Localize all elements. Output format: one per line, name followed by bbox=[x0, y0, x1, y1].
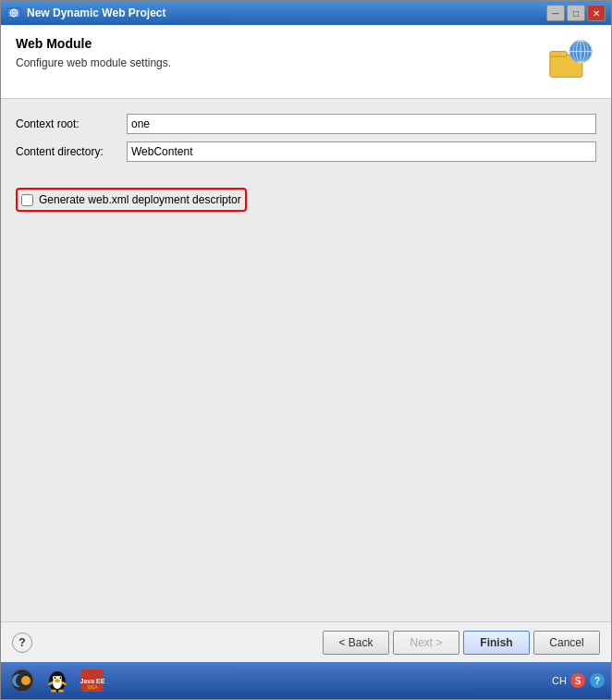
svg-rect-6 bbox=[550, 52, 567, 57]
svg-point-26 bbox=[51, 690, 56, 693]
ch-indicator: CH bbox=[552, 675, 567, 686]
system-tray: CH S ? bbox=[552, 672, 606, 689]
header-text: Web Module Configure web module settings… bbox=[16, 36, 539, 69]
svg-point-27 bbox=[58, 690, 64, 693]
close-button[interactable]: ✕ bbox=[587, 5, 606, 21]
context-root-input[interactable] bbox=[127, 114, 596, 134]
svg-point-16 bbox=[21, 676, 31, 685]
svg-point-23 bbox=[55, 679, 60, 682]
context-root-row: Context root: bbox=[16, 114, 596, 134]
taskbar-right: CH S ? bbox=[552, 672, 606, 689]
generate-descriptor-checkbox[interactable] bbox=[21, 194, 33, 206]
svg-point-21 bbox=[55, 677, 56, 679]
header-section: Web Module Configure web module settings… bbox=[1, 25, 611, 99]
title-bar: New Dynamic Web Project ─ □ ✕ bbox=[1, 1, 611, 25]
svg-point-22 bbox=[60, 677, 62, 679]
content-directory-row: Content directory: bbox=[16, 141, 596, 162]
question-icon: ? bbox=[589, 672, 606, 689]
header-icon bbox=[548, 36, 596, 84]
form-area: Context root: Content directory: Generat… bbox=[1, 99, 611, 621]
back-button[interactable]: < Back bbox=[323, 631, 389, 655]
window-controls: ─ □ ✕ bbox=[546, 5, 606, 21]
window-title: New Dynamic Web Project bbox=[27, 6, 541, 19]
generate-descriptor-row: Generate web.xml deployment descriptor bbox=[16, 188, 247, 212]
svg-text:?: ? bbox=[594, 676, 600, 686]
next-button[interactable]: Next > bbox=[393, 631, 459, 655]
dialog-body: Web Module Configure web module settings… bbox=[1, 25, 611, 662]
page-subtitle: Configure web module settings. bbox=[16, 56, 539, 69]
svg-text:IDEA: IDEA bbox=[87, 684, 98, 690]
button-bar: ? < Back Next > Finish Cancel bbox=[1, 621, 611, 662]
minimize-button[interactable]: ─ bbox=[546, 5, 565, 21]
main-window: New Dynamic Web Project ─ □ ✕ Web Module… bbox=[0, 0, 612, 700]
window-icon bbox=[6, 6, 21, 20]
generate-descriptor-label: Generate web.xml deployment descriptor bbox=[39, 193, 241, 206]
finish-button[interactable]: Finish bbox=[463, 631, 530, 655]
s-icon: S bbox=[569, 672, 586, 689]
maximize-button[interactable]: □ bbox=[567, 5, 585, 21]
cancel-button[interactable]: Cancel bbox=[533, 631, 600, 655]
taskbar-eclipse-item[interactable] bbox=[6, 666, 38, 695]
svg-text:Java EE: Java EE bbox=[80, 678, 105, 684]
help-button[interactable]: ? bbox=[12, 632, 32, 653]
taskbar-java-item[interactable]: Java EE IDEA bbox=[77, 666, 108, 695]
checkbox-container: Generate web.xml deployment descriptor bbox=[16, 175, 596, 212]
content-directory-input[interactable] bbox=[127, 141, 596, 162]
context-root-label: Context root: bbox=[16, 117, 127, 130]
svg-text:S: S bbox=[575, 676, 581, 686]
page-title: Web Module bbox=[16, 36, 539, 51]
content-directory-label: Content directory: bbox=[16, 145, 127, 158]
taskbar-penguin-item[interactable] bbox=[42, 666, 73, 695]
taskbar: Java EE IDEA CH S ? bbox=[1, 662, 611, 699]
